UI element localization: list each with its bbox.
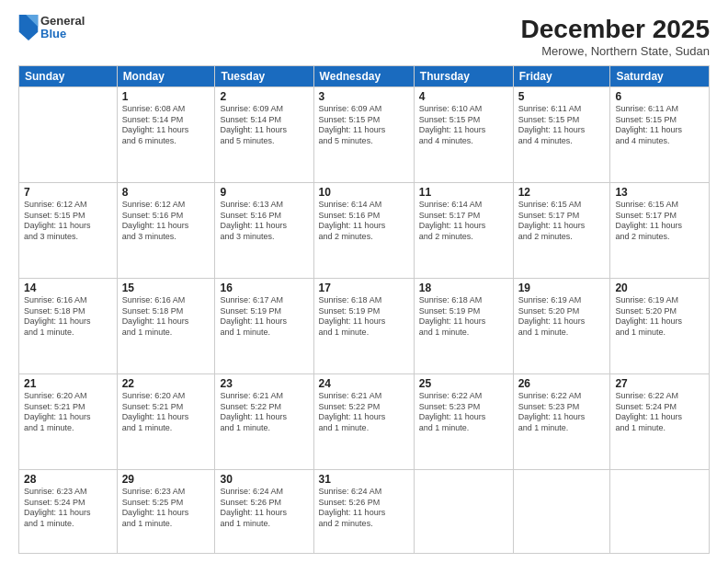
calendar-cell: 23Sunrise: 6:21 AM Sunset: 5:22 PM Dayli…	[215, 374, 313, 470]
calendar-cell: 2Sunrise: 6:09 AM Sunset: 5:14 PM Daylig…	[215, 87, 313, 183]
calendar-cell: 21Sunrise: 6:20 AM Sunset: 5:21 PM Dayli…	[19, 374, 118, 470]
day-number: 1	[122, 90, 210, 103]
calendar-week-4: 28Sunrise: 6:23 AM Sunset: 5:24 PM Dayli…	[19, 470, 710, 554]
page-header: General Blue December 2025 Merowe, North…	[18, 15, 710, 58]
day-number: 30	[220, 473, 308, 486]
day-info: Sunrise: 6:21 AM Sunset: 5:22 PM Dayligh…	[220, 391, 308, 434]
calendar-cell: 29Sunrise: 6:23 AM Sunset: 5:25 PM Dayli…	[117, 470, 215, 554]
day-number: 20	[615, 282, 704, 294]
calendar-cell: 10Sunrise: 6:14 AM Sunset: 5:16 PM Dayli…	[313, 183, 414, 279]
calendar-cell: 12Sunrise: 6:15 AM Sunset: 5:17 PM Dayli…	[513, 183, 610, 279]
day-number: 28	[24, 473, 112, 486]
calendar-cell: 5Sunrise: 6:11 AM Sunset: 5:15 PM Daylig…	[513, 87, 610, 183]
calendar-header-monday: Monday	[117, 66, 215, 87]
calendar-header-friday: Friday	[513, 66, 610, 87]
day-number: 5	[518, 90, 606, 103]
calendar-cell: 27Sunrise: 6:22 AM Sunset: 5:24 PM Dayli…	[610, 374, 710, 470]
calendar-cell: 19Sunrise: 6:19 AM Sunset: 5:20 PM Dayli…	[513, 279, 610, 374]
calendar-header-thursday: Thursday	[414, 66, 513, 87]
calendar-week-1: 7Sunrise: 6:12 AM Sunset: 5:15 PM Daylig…	[19, 183, 710, 279]
day-info: Sunrise: 6:11 AM Sunset: 5:15 PM Dayligh…	[518, 104, 606, 147]
calendar-week-3: 21Sunrise: 6:20 AM Sunset: 5:21 PM Dayli…	[19, 374, 710, 470]
day-info: Sunrise: 6:14 AM Sunset: 5:16 PM Dayligh…	[319, 200, 409, 243]
calendar-cell	[19, 87, 118, 183]
calendar-cell: 3Sunrise: 6:09 AM Sunset: 5:15 PM Daylig…	[313, 87, 414, 183]
day-number: 2	[220, 90, 308, 103]
day-info: Sunrise: 6:14 AM Sunset: 5:17 PM Dayligh…	[419, 200, 508, 243]
day-info: Sunrise: 6:23 AM Sunset: 5:24 PM Dayligh…	[24, 487, 112, 530]
day-info: Sunrise: 6:16 AM Sunset: 5:18 PM Dayligh…	[122, 295, 210, 339]
title-block: December 2025 Merowe, Northern State, Su…	[521, 15, 710, 58]
calendar-cell: 1Sunrise: 6:08 AM Sunset: 5:14 PM Daylig…	[117, 87, 215, 183]
calendar-cell: 17Sunrise: 6:18 AM Sunset: 5:19 PM Dayli…	[313, 279, 414, 374]
day-info: Sunrise: 6:17 AM Sunset: 5:19 PM Dayligh…	[220, 295, 308, 339]
calendar-header-tuesday: Tuesday	[215, 66, 313, 87]
day-info: Sunrise: 6:23 AM Sunset: 5:25 PM Dayligh…	[122, 487, 210, 530]
calendar-cell: 14Sunrise: 6:16 AM Sunset: 5:18 PM Dayli…	[19, 279, 118, 374]
day-number: 11	[419, 186, 508, 199]
day-info: Sunrise: 6:13 AM Sunset: 5:16 PM Dayligh…	[220, 200, 308, 243]
calendar-cell: 7Sunrise: 6:12 AM Sunset: 5:15 PM Daylig…	[19, 183, 118, 279]
day-number: 26	[518, 377, 606, 390]
logo: General Blue	[18, 15, 85, 41]
day-info: Sunrise: 6:15 AM Sunset: 5:17 PM Dayligh…	[615, 200, 704, 243]
day-info: Sunrise: 6:19 AM Sunset: 5:20 PM Dayligh…	[615, 295, 704, 339]
calendar-cell: 28Sunrise: 6:23 AM Sunset: 5:24 PM Dayli…	[19, 470, 118, 554]
calendar-cell: 6Sunrise: 6:11 AM Sunset: 5:15 PM Daylig…	[610, 87, 710, 183]
logo-icon	[18, 15, 39, 40]
calendar-cell: 16Sunrise: 6:17 AM Sunset: 5:19 PM Dayli…	[215, 279, 313, 374]
day-info: Sunrise: 6:09 AM Sunset: 5:14 PM Dayligh…	[220, 104, 308, 147]
logo-text: General Blue	[40, 15, 85, 41]
day-info: Sunrise: 6:21 AM Sunset: 5:22 PM Dayligh…	[319, 391, 409, 434]
day-number: 9	[220, 186, 308, 199]
day-number: 22	[122, 377, 210, 390]
day-info: Sunrise: 6:11 AM Sunset: 5:15 PM Dayligh…	[615, 104, 704, 147]
day-number: 17	[319, 282, 409, 294]
calendar-cell	[414, 470, 513, 554]
day-number: 25	[419, 377, 508, 390]
day-info: Sunrise: 6:24 AM Sunset: 5:26 PM Dayligh…	[319, 487, 409, 530]
day-info: Sunrise: 6:09 AM Sunset: 5:15 PM Dayligh…	[319, 104, 409, 147]
calendar-header-saturday: Saturday	[610, 66, 710, 87]
calendar-header-sunday: Sunday	[19, 66, 118, 87]
day-number: 8	[122, 186, 210, 199]
day-info: Sunrise: 6:12 AM Sunset: 5:16 PM Dayligh…	[122, 200, 210, 243]
day-number: 21	[24, 377, 112, 390]
logo-general: General	[40, 15, 85, 28]
day-info: Sunrise: 6:15 AM Sunset: 5:17 PM Dayligh…	[518, 200, 606, 243]
day-number: 4	[419, 90, 508, 103]
calendar-cell: 25Sunrise: 6:22 AM Sunset: 5:23 PM Dayli…	[414, 374, 513, 470]
day-info: Sunrise: 6:22 AM Sunset: 5:24 PM Dayligh…	[615, 391, 704, 434]
calendar-cell: 9Sunrise: 6:13 AM Sunset: 5:16 PM Daylig…	[215, 183, 313, 279]
day-number: 18	[419, 282, 508, 294]
day-number: 23	[220, 377, 308, 390]
day-info: Sunrise: 6:22 AM Sunset: 5:23 PM Dayligh…	[419, 391, 508, 434]
day-number: 7	[24, 186, 112, 199]
logo-blue: Blue	[40, 28, 85, 40]
calendar-cell: 26Sunrise: 6:22 AM Sunset: 5:23 PM Dayli…	[513, 374, 610, 470]
calendar-header-row: SundayMondayTuesdayWednesdayThursdayFrid…	[19, 66, 710, 87]
day-number: 29	[122, 473, 210, 486]
calendar-cell: 8Sunrise: 6:12 AM Sunset: 5:16 PM Daylig…	[117, 183, 215, 279]
day-number: 12	[518, 186, 606, 199]
day-number: 31	[319, 473, 409, 486]
day-number: 6	[615, 90, 704, 103]
day-number: 3	[319, 90, 409, 103]
day-number: 13	[615, 186, 704, 199]
calendar-cell: 31Sunrise: 6:24 AM Sunset: 5:26 PM Dayli…	[313, 470, 414, 554]
day-info: Sunrise: 6:20 AM Sunset: 5:21 PM Dayligh…	[24, 391, 112, 434]
calendar-location: Merowe, Northern State, Sudan	[521, 44, 710, 58]
calendar-title: December 2025	[521, 15, 710, 44]
calendar-cell: 15Sunrise: 6:16 AM Sunset: 5:18 PM Dayli…	[117, 279, 215, 374]
calendar-cell: 13Sunrise: 6:15 AM Sunset: 5:17 PM Dayli…	[610, 183, 710, 279]
day-info: Sunrise: 6:19 AM Sunset: 5:20 PM Dayligh…	[518, 295, 606, 339]
day-info: Sunrise: 6:16 AM Sunset: 5:18 PM Dayligh…	[24, 295, 112, 339]
calendar-week-0: 1Sunrise: 6:08 AM Sunset: 5:14 PM Daylig…	[19, 87, 710, 183]
calendar-cell	[610, 470, 710, 554]
calendar-cell: 20Sunrise: 6:19 AM Sunset: 5:20 PM Dayli…	[610, 279, 710, 374]
day-info: Sunrise: 6:18 AM Sunset: 5:19 PM Dayligh…	[319, 295, 409, 339]
calendar-cell: 18Sunrise: 6:18 AM Sunset: 5:19 PM Dayli…	[414, 279, 513, 374]
day-info: Sunrise: 6:12 AM Sunset: 5:15 PM Dayligh…	[24, 200, 112, 243]
day-info: Sunrise: 6:18 AM Sunset: 5:19 PM Dayligh…	[419, 295, 508, 339]
day-info: Sunrise: 6:10 AM Sunset: 5:15 PM Dayligh…	[419, 104, 508, 147]
